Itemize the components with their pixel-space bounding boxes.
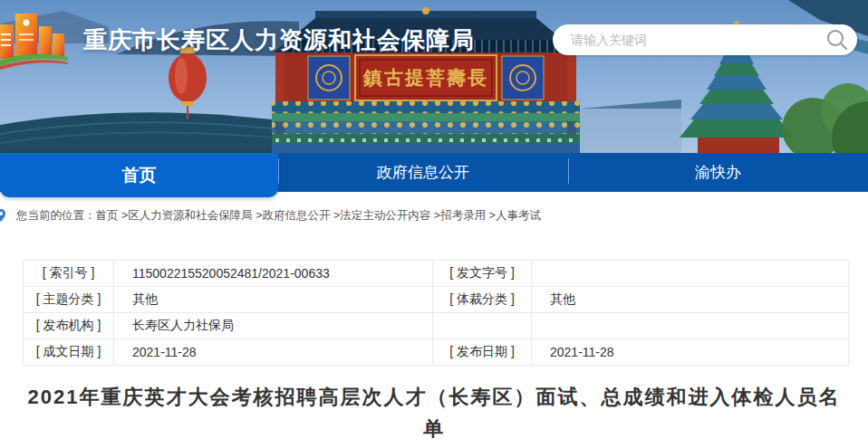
meta-label-subject-category: [ 主题分类 ] xyxy=(24,287,114,313)
meta-label-publish-date: [ 发布日期 ] xyxy=(433,339,532,366)
meta-label-genre-category: [ 体裁分类 ] xyxy=(433,287,532,313)
meta-value-publish-date: 2021-11-28 xyxy=(532,339,849,366)
breadcrumb-link-home[interactable]: 首页 xyxy=(96,209,119,222)
meta-value-subject-category: 其他 xyxy=(114,287,433,313)
meta-label-index-number: [ 索引号 ] xyxy=(24,261,114,287)
breadcrumb-link-exam[interactable]: 人事考试 xyxy=(496,209,541,222)
meta-value-index-number: 115002215520052481/2021-00633 xyxy=(114,261,433,287)
nav-tab-gov-info[interactable]: 政府信息公开 xyxy=(278,153,568,192)
site-logo[interactable] xyxy=(0,8,70,70)
search-input[interactable] xyxy=(553,24,857,55)
breadcrumb-separator: > xyxy=(119,209,129,222)
table-row: [ 发布机构 ] 长寿区人力社保局 xyxy=(24,313,849,339)
breadcrumb-link-recruitment[interactable]: 招考录用 xyxy=(440,209,486,222)
breadcrumb-separator: > xyxy=(486,209,496,222)
nav-tab-yukuaiban[interactable]: 渝快办 xyxy=(568,153,868,192)
page: 鎮古提菩壽長 xyxy=(0,0,868,448)
breadcrumb-prefix: 您当前的位置： xyxy=(16,209,96,222)
logo-buildings-icon xyxy=(0,14,68,70)
meta-value-publisher: 长寿区人力社保局 xyxy=(114,313,433,339)
nav-tab-home-label: 首页 xyxy=(122,164,157,187)
breadcrumb-link-disclosure[interactable]: 法定主动公开内容 xyxy=(340,209,430,222)
table-row: [ 主题分类 ] 其他 [ 体裁分类 ] 其他 xyxy=(24,287,849,313)
breadcrumb-link-gov-info[interactable]: 政府信息公开 xyxy=(263,209,331,222)
nav-tab-gov-info-label: 政府信息公开 xyxy=(377,162,469,183)
plaque-text: 鎮古提菩壽長 xyxy=(362,66,488,89)
search-icon xyxy=(825,28,849,52)
breadcrumb-separator: > xyxy=(430,209,440,222)
breadcrumb-separator: > xyxy=(253,209,263,222)
breadcrumb: 您当前的位置：首页 >区人力资源和社会保障局 >政府信息公开 >法定主动公开内容… xyxy=(0,207,868,224)
meta-value-empty xyxy=(532,313,849,339)
site-title: 重庆市长寿区人力资源和社会保障局 xyxy=(83,24,475,56)
meta-label-publisher: [ 发布机构 ] xyxy=(24,313,114,339)
meta-label-written-date: [ 成文日期 ] xyxy=(24,339,114,366)
search-box xyxy=(553,24,857,55)
meta-label-doc-number: [ 发文字号 ] xyxy=(433,261,532,287)
meta-value-genre-category: 其他 xyxy=(532,287,849,313)
nav-tab-yukuaiban-label: 渝快办 xyxy=(695,162,741,183)
site-header: 鎮古提菩壽長 xyxy=(0,0,868,153)
table-row: [ 成文日期 ] 2021-11-28 [ 发布日期 ] 2021-11-28 xyxy=(24,339,849,366)
breadcrumb-link-bureau[interactable]: 区人力资源和社会保障局 xyxy=(128,209,253,222)
banner-photo: 鎮古提菩壽長 xyxy=(0,0,868,153)
search-button[interactable] xyxy=(825,28,849,52)
table-row: [ 索引号 ] 115002215520052481/2021-00633 [ … xyxy=(24,261,849,287)
meta-value-doc-number xyxy=(532,261,849,287)
meta-table: [ 索引号 ] 115002215520052481/2021-00633 [ … xyxy=(23,260,849,366)
breadcrumb-separator: > xyxy=(331,209,341,222)
location-icon xyxy=(0,208,8,223)
main-nav: 首页 政府信息公开 渝快办 xyxy=(0,153,868,192)
nav-tab-home[interactable]: 首页 xyxy=(0,153,278,197)
meta-label-empty xyxy=(433,313,532,339)
meta-value-written-date: 2021-11-28 xyxy=(114,339,433,366)
article-title: 2021年重庆英才大会考核招聘高层次人才（长寿区）面试、总成绩和进入体检人员名单 xyxy=(21,381,847,444)
